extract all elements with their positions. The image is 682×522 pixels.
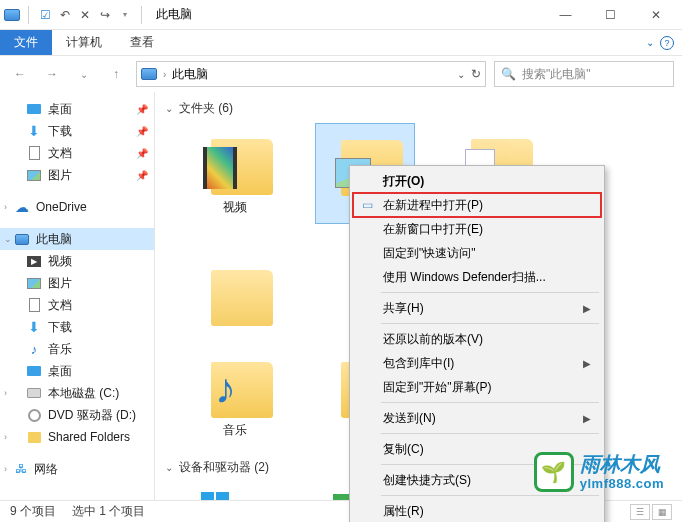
app-icon	[4, 7, 20, 23]
view-details-button[interactable]: ☰	[630, 504, 650, 520]
nav-quick-pictures[interactable]: 图片📌	[0, 164, 154, 186]
ctx-defender-scan[interactable]: 使用 Windows Defender扫描...	[353, 265, 601, 289]
nav-documents[interactable]: 文档	[0, 294, 154, 316]
qat-customize-icon[interactable]: ▾	[117, 7, 133, 23]
ctx-label: 复制(C)	[383, 441, 424, 458]
chevron-down-icon[interactable]: ⌄	[4, 234, 12, 244]
folder-music[interactable]: ♪ 音乐	[185, 346, 285, 445]
ctx-pin-start[interactable]: 固定到"开始"屏幕(P)	[353, 375, 601, 399]
pin-icon: 📌	[136, 104, 148, 115]
nav-video[interactable]: ▶视频	[0, 250, 154, 272]
ctx-label: 打开(O)	[383, 173, 424, 190]
maximize-button[interactable]: ☐	[588, 0, 633, 30]
ctx-label: 固定到"快速访问"	[383, 245, 476, 262]
nav-back-button[interactable]: ←	[8, 62, 32, 86]
chevron-down-icon[interactable]: ⌄	[165, 103, 173, 114]
nav-label: DVD 驱动器 (D:)	[48, 407, 136, 424]
view-icons-button[interactable]: ▦	[652, 504, 672, 520]
device-localdisk[interactable]	[185, 482, 285, 502]
titlebar: ☑ ↶ ✕ ↪ ▾ 此电脑 — ☐ ✕	[0, 0, 682, 30]
folder-video[interactable]: 视频	[185, 123, 285, 224]
nav-label: 下载	[48, 319, 72, 336]
ctx-open[interactable]: 打开(O)	[353, 169, 601, 193]
nav-label: 文档	[48, 297, 72, 314]
ctx-label: 创建快捷方式(S)	[383, 472, 471, 489]
watermark-logo-icon: 🌱	[534, 452, 574, 492]
breadcrumb-location[interactable]: 此电脑	[172, 66, 208, 83]
nav-label: 视频	[48, 253, 72, 270]
minimize-button[interactable]: —	[543, 0, 588, 30]
pin-icon: 📌	[136, 148, 148, 159]
nav-network[interactable]: ›🖧网络	[0, 458, 154, 480]
refresh-icon[interactable]: ↻	[471, 67, 481, 81]
qat-undo-icon[interactable]: ↶	[57, 7, 73, 23]
nav-pictures[interactable]: 图片	[0, 272, 154, 294]
ribbon-help-icon[interactable]: ?	[660, 36, 674, 50]
chevron-icon[interactable]: ›	[4, 432, 7, 442]
network-icon: 🖧	[14, 464, 28, 475]
address-dropdown-icon[interactable]: ⌄	[457, 69, 465, 80]
ctx-send-to[interactable]: 发送到(N)▶	[353, 406, 601, 430]
ctx-open-new-window[interactable]: 在新窗口中打开(E)	[353, 217, 601, 241]
ctx-pin-quick[interactable]: 固定到"快速访问"	[353, 241, 601, 265]
chevron-icon[interactable]: ›	[4, 388, 7, 398]
qat-redo-icon[interactable]: ↪	[97, 7, 113, 23]
music-icon: ♪	[26, 341, 42, 357]
ctx-properties[interactable]: 属性(R)	[353, 499, 601, 522]
section-folders[interactable]: ⌄ 文件夹 (6)	[165, 100, 672, 117]
nav-music[interactable]: ♪音乐	[0, 338, 154, 360]
address-bar[interactable]: › 此电脑 ⌄ ↻	[136, 61, 486, 87]
breadcrumb-chevron-icon[interactable]: ›	[163, 69, 166, 80]
submenu-arrow-icon: ▶	[583, 303, 591, 314]
nav-onedrive[interactable]: ›☁OneDrive	[0, 196, 154, 218]
nav-thispc[interactable]: ⌄此电脑	[0, 228, 154, 250]
chevron-down-icon[interactable]: ⌄	[165, 462, 173, 473]
ctx-include-library[interactable]: 包含到库中(I)▶	[353, 351, 601, 375]
ctx-separator	[381, 433, 599, 434]
nav-recent-button[interactable]: ⌄	[72, 62, 96, 86]
nav-downloads[interactable]: ⬇下载	[0, 316, 154, 338]
nav-label: 桌面	[48, 363, 72, 380]
nav-forward-button[interactable]: →	[40, 62, 64, 86]
nav-desktop[interactable]: 桌面	[0, 360, 154, 382]
pin-icon: 📌	[136, 170, 148, 181]
nav-quick-desktop[interactable]: 桌面📌	[0, 98, 154, 120]
ctx-label: 属性(R)	[383, 503, 424, 520]
ribbon-tab-computer[interactable]: 计算机	[52, 30, 116, 55]
ribbon-expand-icon[interactable]: ⌄	[646, 37, 654, 48]
ribbon-tab-view[interactable]: 查看	[116, 30, 168, 55]
nav-up-button[interactable]: ↑	[104, 62, 128, 86]
ribbon-file-tab[interactable]: 文件	[0, 30, 52, 55]
ctx-label: 在新窗口中打开(E)	[383, 221, 483, 238]
chevron-icon[interactable]: ›	[4, 202, 7, 212]
nav-quick-documents[interactable]: 文档📌	[0, 142, 154, 164]
section-label: 文件夹 (6)	[179, 100, 233, 117]
section-label: 设备和驱动器 (2)	[179, 459, 269, 476]
onedrive-icon: ☁	[14, 199, 30, 215]
status-selected-count: 选中 1 个项目	[72, 503, 145, 520]
submenu-arrow-icon: ▶	[583, 358, 591, 369]
ctx-restore[interactable]: 还原以前的版本(V)	[353, 327, 601, 351]
nav-label: 文档	[48, 145, 72, 162]
chevron-icon[interactable]: ›	[4, 464, 7, 474]
submenu-arrow-icon: ▶	[583, 413, 591, 424]
ctx-open-new-process[interactable]: ▭在新进程中打开(P)	[353, 193, 601, 217]
nav-shared[interactable]: ›Shared Folders	[0, 426, 154, 448]
watermark-text: 雨林木风	[580, 452, 664, 476]
nav-label: 网络	[34, 461, 58, 478]
ctx-share[interactable]: 共享(H)▶	[353, 296, 601, 320]
nav-quick-downloads[interactable]: ⬇下载📌	[0, 120, 154, 142]
folder-downloads[interactable]	[185, 254, 285, 332]
nav-label: 图片	[48, 275, 72, 292]
nav-label: 图片	[48, 167, 72, 184]
qat-delete-icon[interactable]: ✕	[77, 7, 93, 23]
close-button[interactable]: ✕	[633, 0, 678, 30]
search-input[interactable]: 🔍 搜索"此电脑"	[494, 61, 674, 87]
window-title: 此电脑	[156, 6, 192, 23]
ctx-separator	[381, 292, 599, 293]
nav-label: 音乐	[48, 341, 72, 358]
nav-dvd[interactable]: DVD 驱动器 (D:)	[0, 404, 154, 426]
qat-properties-icon[interactable]: ☑	[37, 7, 53, 23]
nav-localdisk[interactable]: ›本地磁盘 (C:)	[0, 382, 154, 404]
watermark: 🌱 雨林木风 ylmf888.com	[534, 452, 664, 492]
